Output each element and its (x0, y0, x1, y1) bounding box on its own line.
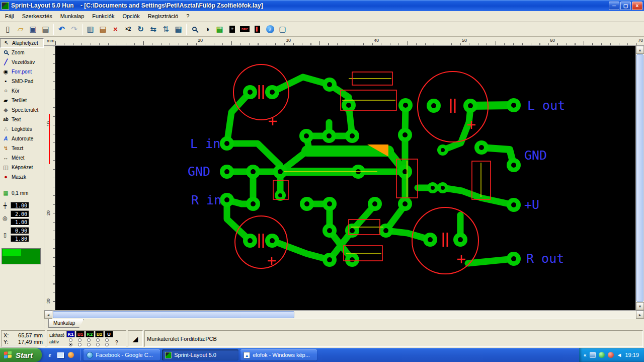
minimize-button[interactable]: ─ (609, 2, 619, 10)
pad-outer-field[interactable]: 2.00 (11, 210, 29, 218)
mirror-vertical-button[interactable]: ⇅ (159, 23, 172, 35)
menu-munkalap[interactable]: Munkalap (56, 12, 89, 20)
tool-label: Autoroute (12, 136, 33, 141)
horizontal-scroll-thumb[interactable] (53, 311, 294, 318)
maximize-button[interactable]: ▢ (620, 2, 631, 10)
undo-button[interactable]: ↶ (55, 23, 68, 35)
layer-button-k2[interactable]: K2 (86, 331, 94, 337)
layer-button-b1[interactable]: B1 (76, 331, 85, 337)
visible-label: Látható (49, 333, 64, 338)
menu-szerkesztes[interactable]: Szerkesztés (18, 12, 56, 20)
tool-kepnezet[interactable]: ◫Képnézet (0, 163, 44, 172)
tool-legkotes[interactable]: ∴Légkötés (0, 124, 44, 134)
align-grid-button[interactable]: ▦ (172, 23, 185, 35)
tool-vezetosav[interactable]: ╱Vezetősáv (0, 57, 44, 67)
layer-active-radio[interactable] (69, 343, 72, 346)
layer-color-swatch[interactable] (2, 248, 41, 264)
tool-spec-terulet[interactable]: ◆Spec.terület (0, 105, 44, 115)
vertical-scrollbar[interactable]: ▲ ▼ (635, 46, 644, 310)
close-button[interactable]: × (632, 2, 642, 10)
layer-active-radio[interactable] (78, 343, 82, 346)
status-tool-button[interactable]: ◢ (128, 330, 143, 347)
start-button[interactable]: Start (0, 348, 42, 362)
save-button[interactable]: ▣ (27, 23, 39, 35)
scroll-left-button[interactable]: ◄ (44, 311, 52, 319)
show-desktop-icon[interactable] (56, 351, 64, 359)
layer-active-radio[interactable] (105, 343, 109, 346)
scroll-up-button[interactable]: ▲ (636, 46, 644, 54)
photo-view-button[interactable]: ◑ (201, 23, 213, 35)
print-button[interactable]: ▤ (39, 23, 52, 35)
drc-button[interactable]: DRC (238, 23, 251, 35)
copy-button[interactable]: ▥ (84, 23, 97, 35)
new-document-button[interactable]: ▯ (2, 23, 14, 35)
layer-active-radio[interactable] (87, 343, 91, 346)
paste-button[interactable]: ▤ (97, 23, 109, 35)
grid-setting[interactable]: ▦ 0,1 mm (0, 188, 44, 198)
layer-visible-radio[interactable] (78, 338, 82, 342)
menu-regisztracio[interactable]: Regisztráció (144, 12, 183, 20)
taskbar: Start e Facebook - Google C... Sprint-La… (0, 348, 644, 362)
display-settings-icon[interactable] (590, 352, 596, 358)
pcb-canvas[interactable]: L in GND R in L out GND +U R out (55, 46, 635, 310)
layer-button-k1[interactable]: K1 (66, 331, 75, 337)
layer-active-radio[interactable] (96, 343, 100, 346)
mirror-vertical-icon: ⇅ (163, 25, 169, 33)
open-folder-button[interactable]: ▱ (14, 23, 27, 35)
scroll-down-button[interactable]: ▼ (636, 302, 644, 310)
layer-visible-radio[interactable] (96, 338, 100, 342)
layer-visible-radio[interactable] (69, 338, 72, 342)
tool-terulet[interactable]: ▰Terület (0, 96, 44, 105)
layer-visible-radio[interactable] (105, 338, 109, 342)
taskbar-window-image-viewer[interactable]: ▲ elofok - Windows kép... (240, 349, 317, 360)
menu-opciok[interactable]: Opciók (118, 12, 143, 20)
duplicate-x2-button[interactable]: ×2 (122, 23, 134, 35)
horizontal-scrollbar[interactable]: ◄ ► (44, 310, 644, 319)
footprint-button[interactable]: ▌ (251, 23, 264, 35)
tool-text[interactable]: abText (0, 115, 44, 124)
info-button[interactable]: i (264, 23, 276, 35)
taskbar-window-sprint-layout[interactable]: Sprint-Layout 5.0 (162, 349, 238, 360)
menu-help[interactable]: ? (182, 12, 193, 20)
redo-button[interactable]: ↷ (68, 23, 80, 35)
menu-funkciok[interactable]: Funkciók (88, 12, 118, 20)
tool-meret[interactable]: ↔Méret (0, 153, 44, 163)
tool-kor[interactable]: ○Kör (0, 86, 44, 96)
pad-drill-field[interactable]: 1.00 (11, 219, 29, 226)
rotate-button[interactable]: ↻ (134, 23, 147, 35)
ruler-mark: 20 (46, 210, 51, 215)
antivirus-icon[interactable] (599, 352, 605, 358)
tool-maszk[interactable]: ●Maszk (0, 172, 44, 182)
menu-fajl[interactable]: Fájl (1, 12, 18, 20)
layer-help[interactable]: ? (115, 340, 118, 345)
vertical-scroll-thumb[interactable] (636, 54, 643, 302)
delete-button[interactable]: × (109, 23, 122, 35)
tool-smd-pad[interactable]: ▪SMD-Pad (0, 77, 44, 86)
track-width-icon: ┿ (2, 202, 9, 209)
smd-width-field[interactable]: 0.90 (11, 227, 29, 234)
tool-forrpont[interactable]: ◉Forr.pont (0, 67, 44, 77)
layer-button-u[interactable]: U (105, 331, 113, 337)
tool-zoom[interactable]: Zoom (0, 48, 44, 57)
tool-autoroute[interactable]: AAutoroute (0, 134, 44, 143)
capture-grid-button[interactable]: ▦ (213, 23, 226, 35)
smd-height-field[interactable]: 1.80 (11, 235, 29, 242)
menubar: Fájl Szerkesztés Munkalap Funkciók Opció… (0, 11, 644, 22)
tool-teszt[interactable]: ↯Teszt (0, 143, 44, 153)
layer-button-b2[interactable]: B2 (95, 331, 104, 337)
select-frame-button[interactable]: ▢ (276, 23, 289, 35)
layer-visible-radio[interactable] (87, 338, 91, 342)
scroll-right-button[interactable]: ► (636, 311, 644, 319)
track-width-field[interactable]: 1.00 (11, 202, 29, 209)
mirror-horizontal-button[interactable]: ⇆ (147, 23, 159, 35)
taskbar-window-facebook[interactable]: Facebook - Google C... (84, 349, 160, 360)
sheet-tab-munkalap[interactable]: Munkalap (48, 319, 84, 328)
zoom-button[interactable] (188, 23, 201, 35)
macro-button[interactable]: ? (226, 23, 238, 35)
tool-alaphelyzet[interactable]: ↖Alaphelyzet (0, 38, 44, 48)
volume-icon[interactable]: ◄ (617, 352, 622, 358)
media-player-icon[interactable] (67, 351, 75, 359)
internet-explorer-icon[interactable]: e (46, 351, 54, 359)
hide-icons-chevron[interactable]: « (584, 352, 587, 358)
messenger-icon[interactable] (608, 352, 614, 358)
